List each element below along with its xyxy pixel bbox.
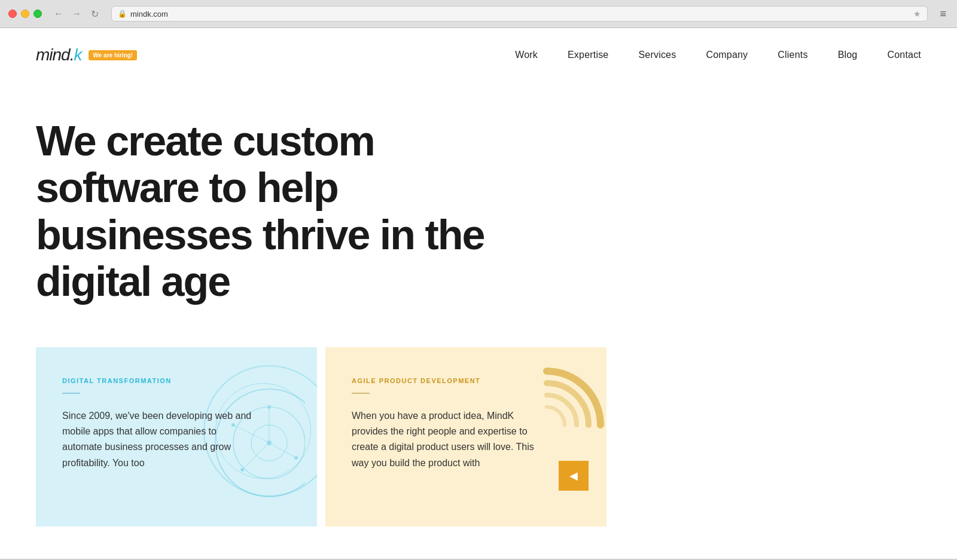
logo-letter: k <box>74 45 81 64</box>
address-text: mindk.com <box>130 10 910 19</box>
arrow-left-icon: ◀ <box>569 469 578 482</box>
back-button[interactable]: ← <box>51 7 66 21</box>
arrow-icon-box: ◀ <box>559 461 589 491</box>
nav-item-work[interactable]: Work <box>515 50 538 60</box>
traffic-lights <box>8 10 42 18</box>
nav-link-clients[interactable]: Clients <box>778 50 807 60</box>
website: mind.k We are hiring! Work Expertise Ser… <box>0 28 957 559</box>
minimize-button[interactable] <box>21 10 29 18</box>
nav-item-services[interactable]: Services <box>638 50 676 60</box>
browser-navigation: ← → ↻ <box>51 7 102 21</box>
card-divider-agile <box>352 393 370 394</box>
logo-prefix: mind <box>36 45 70 64</box>
logo-area[interactable]: mind.k We are hiring! <box>36 45 137 65</box>
forward-button[interactable]: → <box>69 7 84 21</box>
hero-section: We create custom software to help busine… <box>0 82 957 329</box>
site-logo: mind.k <box>36 45 81 65</box>
nav-item-contact[interactable]: Contact <box>887 50 921 60</box>
card-divider-digital <box>62 393 80 394</box>
address-bar[interactable]: 🔒 mindk.com ★ <box>111 6 928 22</box>
nav-link-services[interactable]: Services <box>638 50 676 60</box>
browser-menu-button[interactable]: ≡ <box>937 8 949 20</box>
refresh-button[interactable]: ↻ <box>87 7 102 21</box>
nav-item-expertise[interactable]: Expertise <box>568 50 609 60</box>
close-button[interactable] <box>8 10 17 18</box>
svg-line-9 <box>269 443 296 458</box>
nav-link-work[interactable]: Work <box>515 50 538 60</box>
site-navigation: mind.k We are hiring! Work Expertise Ser… <box>0 28 957 82</box>
browser-chrome: ← → ↻ 🔒 mindk.com ★ ≡ <box>0 0 957 28</box>
nav-link-blog[interactable]: Blog <box>838 50 858 60</box>
nav-link-expertise[interactable]: Expertise <box>568 50 609 60</box>
lock-icon: 🔒 <box>118 10 127 18</box>
nav-item-blog[interactable]: Blog <box>838 50 858 60</box>
bookmark-icon[interactable]: ★ <box>913 9 921 19</box>
browser-titlebar: ← → ↻ 🔒 mindk.com ★ ≡ <box>0 0 957 27</box>
nav-item-company[interactable]: Company <box>706 50 748 60</box>
back-icon: ← <box>54 8 63 19</box>
agile-product-development-card: Agile Product Development When you have … <box>325 347 606 527</box>
nav-link-company[interactable]: Company <box>706 50 748 60</box>
maximize-button[interactable] <box>33 10 42 18</box>
digital-transformation-card: Digital Transformation Since 2009, we've… <box>36 347 317 527</box>
refresh-icon: ↻ <box>91 8 99 20</box>
card-text-agile: When you have a product idea, MindK prov… <box>352 408 543 472</box>
nav-item-clients[interactable]: Clients <box>778 50 807 60</box>
hero-title: We create custom software to help busine… <box>36 118 502 305</box>
card-text-digital: Since 2009, we've been developing web an… <box>62 408 254 472</box>
nav-link-contact[interactable]: Contact <box>887 50 921 60</box>
hiring-badge[interactable]: We are hiring! <box>89 50 137 60</box>
cards-section: Digital Transformation Since 2009, we've… <box>0 347 957 527</box>
forward-icon: → <box>72 8 81 19</box>
nav-links: Work Expertise Services Company Clients … <box>515 50 921 60</box>
